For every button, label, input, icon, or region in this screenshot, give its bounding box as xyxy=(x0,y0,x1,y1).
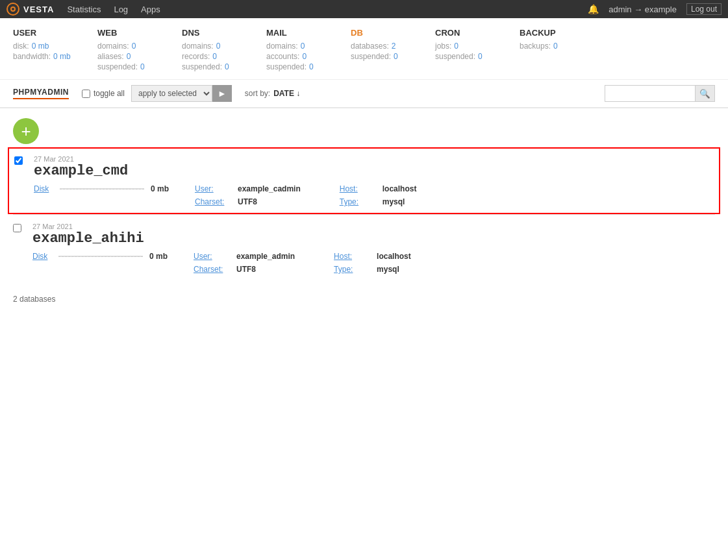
stats-dns-title: DNS xyxy=(182,28,253,38)
stats-dns: DNS domains: 0 records: 0 suspended: 0 xyxy=(182,28,266,73)
nav-statistics[interactable]: Statistics xyxy=(67,5,101,14)
db1-checkbox-area xyxy=(14,155,34,206)
topnav-right: 🔔 admin → example Log out xyxy=(588,3,722,15)
db1-charset-value: UTF8 xyxy=(238,197,257,206)
db1-disk-area: Disk 0 mb xyxy=(34,184,169,206)
search-input[interactable] xyxy=(605,85,696,102)
stats-web-title: WEB xyxy=(97,28,169,38)
db1-date: 27 Mar 2021 xyxy=(34,155,714,163)
db1-type-value: mysql xyxy=(383,197,405,206)
db1-disk-label: Disk xyxy=(34,184,53,193)
db2-user-label: User: xyxy=(194,252,232,261)
db1-details: 27 Mar 2021 example_cmd Disk 0 mb User: … xyxy=(34,155,714,206)
db1-left-col: User: example_cadmin Charset: UTF8 xyxy=(195,184,301,206)
db2-host-value: localhost xyxy=(377,252,411,261)
db2-checkbox-area xyxy=(13,223,32,274)
vesta-logo-icon xyxy=(6,3,19,16)
stats-cron-suspended: suspended: 0 xyxy=(435,52,507,61)
stats-db-suspended: suspended: 0 xyxy=(351,52,422,61)
stats-db-title: DB xyxy=(351,28,422,38)
logo[interactable]: VESTA xyxy=(6,3,54,16)
stats-cron-jobs: jobs: 0 xyxy=(435,42,507,51)
db1-type-label: Type: xyxy=(340,197,379,206)
db1-host-value: localhost xyxy=(383,184,417,193)
plus-icon: + xyxy=(21,123,31,140)
logout-button[interactable]: Log out xyxy=(686,3,722,15)
top-navigation: VESTA Statistics Log Apps 🔔 admin → exam… xyxy=(0,0,728,18)
stats-user-title: USER xyxy=(13,28,84,38)
stats-web: WEB domains: 0 aliases: 0 suspended: 0 xyxy=(97,28,182,73)
db2-disk-bar xyxy=(58,256,143,257)
db1-disk-bar-area: Disk 0 mb xyxy=(34,184,169,193)
db1-host-row: Host: localhost xyxy=(340,184,417,193)
db1-user-host: User: example_cadmin Charset: UTF8 Host:… xyxy=(195,184,416,206)
stats-user-bandwidth: bandwidth: 0 mb xyxy=(13,52,84,61)
apply-select-area: apply to selected ► xyxy=(131,85,232,102)
db2-name[interactable]: example_ahihi xyxy=(32,230,715,247)
db1-charset-row: Charset: UTF8 xyxy=(195,197,301,206)
db2-type-label: Type: xyxy=(334,265,373,274)
db1-meta-row: Disk 0 mb User: example_cadmin Charset: xyxy=(34,184,714,206)
tab-phpmyadmin[interactable]: PHPMYADMIN xyxy=(13,88,69,99)
stats-mail-accounts: accounts: 0 xyxy=(266,52,338,61)
stats-mail: MAIL domains: 0 accounts: 0 suspended: 0 xyxy=(266,28,351,73)
db1-disk-value: 0 mb xyxy=(151,184,169,193)
db2-right-col: Host: localhost Type: mysql xyxy=(334,252,411,274)
nav-apps[interactable]: Apps xyxy=(141,5,160,14)
db1-disk-bar xyxy=(60,188,144,189)
apply-go-button[interactable]: ► xyxy=(212,85,232,102)
db2-disk-value: 0 mb xyxy=(149,252,168,261)
db1-user-row: User: example_cadmin xyxy=(195,184,301,193)
stats-backup: BACKUP backups: 0 xyxy=(520,28,604,73)
db2-type-row: Type: mysql xyxy=(334,265,411,274)
db2-disk-area: Disk 0 mb xyxy=(32,252,168,274)
db1-charset-label: Charset: xyxy=(195,197,234,206)
db1-right-col: Host: localhost Type: mysql xyxy=(340,184,417,206)
db1-checkbox[interactable] xyxy=(14,156,23,165)
nav-links: Statistics Log Apps xyxy=(67,5,588,14)
toggle-all-checkbox[interactable] xyxy=(82,90,90,98)
stats-bar: USER disk: 0 mb bandwidth: 0 mb WEB doma… xyxy=(0,18,728,80)
stats-web-aliases: aliases: 0 xyxy=(97,52,169,61)
stats-web-suspended: suspended: 0 xyxy=(97,62,169,71)
stats-cron: CRON jobs: 0 suspended: 0 xyxy=(435,28,520,73)
stats-mail-suspended: suspended: 0 xyxy=(266,62,338,71)
db1-user-value: example_cadmin xyxy=(238,184,301,193)
sort-value[interactable]: DATE ↓ xyxy=(273,89,300,98)
db2-charset-label: Charset: xyxy=(194,265,232,274)
stats-db-databases: databases: 2 xyxy=(351,42,422,51)
db1-name[interactable]: example_cmd xyxy=(34,163,714,179)
db2-left-col: User: example_admin Charset: UTF8 xyxy=(194,252,295,274)
database-list: 27 Mar 2021 example_cmd Disk 0 mb User: … xyxy=(0,147,728,282)
add-database-button[interactable]: + xyxy=(13,118,39,144)
stats-dns-domains: domains: 0 xyxy=(182,42,253,51)
stats-dns-records: records: 0 xyxy=(182,52,253,61)
db2-checkbox[interactable] xyxy=(13,224,21,232)
sort-area: sort by: DATE ↓ xyxy=(245,89,300,98)
stats-user-disk: disk: 0 mb xyxy=(13,42,84,51)
db1-host-label: Host: xyxy=(340,184,379,193)
toggle-all-area: toggle all xyxy=(82,89,125,98)
stats-user: USER disk: 0 mb bandwidth: 0 mb xyxy=(13,28,97,73)
db2-user-value: example_admin xyxy=(236,252,295,261)
db2-user-host: User: example_admin Charset: UTF8 Host: … xyxy=(194,252,411,274)
stats-web-domains: domains: 0 xyxy=(97,42,169,51)
toggle-all-label: toggle all xyxy=(94,89,125,98)
db1-type-row: Type: mysql xyxy=(340,197,417,206)
stats-db: DB databases: 2 suspended: 0 xyxy=(351,28,435,73)
search-area: 🔍 xyxy=(605,85,715,102)
stats-user-disk-value: 0 mb xyxy=(32,42,49,51)
toolbar: PHPMYADMIN toggle all apply to selected … xyxy=(0,80,728,108)
bell-icon[interactable]: 🔔 xyxy=(588,4,599,14)
db2-charset-value: UTF8 xyxy=(236,265,256,274)
database-item-2: 27 Mar 2021 example_ahihi Disk 0 mb User… xyxy=(13,214,715,282)
stats-dns-suspended: suspended: 0 xyxy=(182,62,253,71)
db2-charset-row: Charset: UTF8 xyxy=(194,265,295,274)
nav-log[interactable]: Log xyxy=(114,5,128,14)
stats-mail-title: MAIL xyxy=(266,28,338,38)
search-button[interactable]: 🔍 xyxy=(696,85,715,102)
apply-to-selected-dropdown[interactable]: apply to selected xyxy=(131,85,212,102)
search-icon: 🔍 xyxy=(699,89,710,99)
stats-user-bandwidth-label: bandwidth: xyxy=(13,52,51,61)
databases-count-text: 2 databases xyxy=(13,295,55,304)
